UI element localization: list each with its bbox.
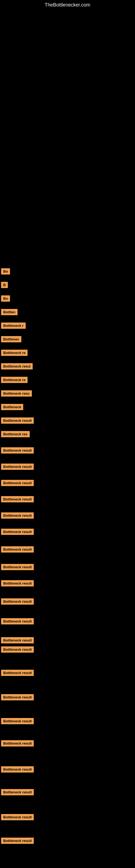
- result-badge: Bottleneck result: [1, 618, 34, 624]
- result-badge: Bottleneck result: [1, 646, 34, 653]
- result-badge: Bo: [1, 268, 10, 275]
- result-badge: Bottleneck result: [1, 718, 34, 724]
- result-badge: Bottleneck res: [1, 431, 30, 437]
- result-badge: Bo: [1, 296, 10, 302]
- result-badge: Bottleneck resul: [1, 363, 33, 369]
- result-badge: Bottleneck result: [1, 740, 34, 746]
- result-badge: Bottleneck result: [1, 598, 34, 604]
- result-badge: Bottleneck result: [1, 496, 34, 502]
- result-badge: Bottleneck re: [1, 377, 28, 383]
- result-badge: Bottleneck result: [1, 546, 34, 553]
- result-badge: Bottleneck result: [1, 670, 34, 676]
- result-badge: Bottlen: [1, 309, 17, 315]
- result-badge: B: [1, 282, 8, 288]
- result-badge: Bottleneck result: [1, 513, 34, 519]
- result-badge: Bottleneck r: [1, 322, 26, 329]
- result-badge: Bottleneck result: [1, 417, 34, 424]
- result-badge: Bottleneck result: [1, 838, 34, 844]
- result-badge: Bottleneck result: [1, 529, 34, 535]
- result-badge: Bottlenec: [1, 336, 21, 342]
- result-badge: Bottleneck: [1, 404, 23, 410]
- result-badge: Bottleneck result: [1, 447, 34, 454]
- result-badge: Bottleneck result: [1, 789, 34, 795]
- result-badge: Bottleneck resu: [1, 390, 32, 397]
- result-badge: Bottleneck result: [1, 580, 34, 586]
- result-badge: Bottleneck result: [1, 464, 34, 470]
- site-title: TheBottlenecker.com: [0, 0, 135, 10]
- result-badge: Bottleneck result: [1, 814, 34, 820]
- result-badge: Bottleneck result: [1, 480, 34, 486]
- result-badge: Bottleneck result: [1, 694, 34, 701]
- result-badge: Bottleneck re: [1, 350, 28, 356]
- result-badge: Bottleneck result: [1, 637, 34, 643]
- result-badge: Bottleneck result: [1, 766, 34, 773]
- result-badge: Bottleneck result: [1, 564, 34, 570]
